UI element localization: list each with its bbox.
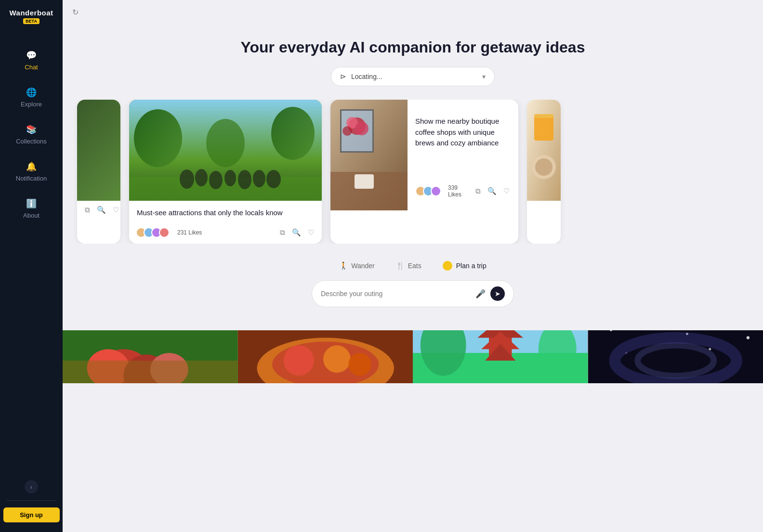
tab-eats[interactable]: 🍴 Eats bbox=[391, 259, 426, 273]
explore-icon: 🌐 bbox=[26, 87, 37, 98]
svg-point-5 bbox=[180, 169, 194, 189]
mic-icon[interactable]: 🎤 bbox=[475, 289, 486, 299]
card-main-1-image bbox=[129, 100, 322, 201]
sidebar-divider bbox=[6, 500, 56, 501]
chat-icon: 💬 bbox=[26, 50, 37, 61]
avatar-stack-1 bbox=[136, 227, 170, 238]
likes-count-2: 339 Likes bbox=[448, 184, 470, 198]
sidebar-item-label-about: About bbox=[23, 212, 39, 219]
svg-point-8 bbox=[224, 170, 236, 186]
search-bar: 🎤 ➤ bbox=[312, 280, 514, 307]
svg-point-21 bbox=[342, 126, 352, 136]
heart-button-1[interactable]: ♡ bbox=[307, 227, 315, 238]
hero-section: Your everyday AI companion for getaway i… bbox=[63, 24, 763, 330]
send-button[interactable]: ➤ bbox=[490, 286, 505, 301]
beta-badge: BETA bbox=[23, 18, 39, 24]
avatar-stack-2 bbox=[415, 186, 441, 196]
plan-dot-icon bbox=[443, 261, 452, 271]
sidebar-item-label-notification: Notification bbox=[16, 175, 47, 182]
location-pin-icon: ⊳ bbox=[340, 72, 346, 81]
card-main-2-content: Show me nearby boutique coffee shops wit… bbox=[408, 100, 518, 212]
svg-point-10 bbox=[253, 170, 265, 187]
search-input[interactable] bbox=[321, 290, 475, 298]
search-button-2[interactable]: 🔍 bbox=[487, 186, 498, 196]
bottom-images-strip bbox=[63, 330, 763, 383]
card-partial-left-footer: ⧉ 🔍 ♡ bbox=[77, 201, 120, 221]
sidebar-item-notification[interactable]: 🔔 Notification bbox=[0, 155, 63, 189]
svg-rect-34 bbox=[63, 361, 238, 383]
send-icon: ➤ bbox=[495, 290, 500, 298]
svg-point-39 bbox=[323, 345, 351, 373]
svg-point-9 bbox=[238, 170, 251, 189]
tabs-row: 🚶 Wander 🍴 Eats Plan a trip bbox=[334, 258, 491, 273]
sidebar-collapse-button[interactable]: ‹ bbox=[25, 480, 38, 493]
bottom-img-apples bbox=[63, 330, 238, 383]
card-main-1-footer: 231 Likes ⧉ 🔍 ♡ bbox=[129, 223, 322, 244]
card-partial-right bbox=[527, 100, 561, 244]
svg-rect-17 bbox=[340, 151, 374, 153]
logo-area: Wanderboat BETA bbox=[9, 9, 53, 24]
copy-button-1[interactable]: ⧉ bbox=[279, 227, 286, 238]
cards-row: ⧉ 🔍 ♡ bbox=[72, 100, 753, 244]
card-main-1-body: Must-see attractions that only the local… bbox=[129, 201, 322, 223]
sidebar: Wanderboat BETA 💬 Chat 🌐 Explore 📚 Colle… bbox=[0, 0, 63, 532]
sidebar-item-label-collections: Collections bbox=[16, 138, 47, 145]
svg-point-11 bbox=[266, 170, 281, 188]
apples-svg bbox=[63, 330, 238, 383]
svg-point-7 bbox=[209, 171, 223, 189]
collections-icon: 📚 bbox=[26, 124, 37, 135]
sidebar-item-collections[interactable]: 📚 Collections bbox=[0, 117, 63, 152]
svg-point-2 bbox=[271, 107, 315, 160]
search-button[interactable]: 🔍 bbox=[96, 205, 107, 215]
about-icon: ℹ️ bbox=[26, 198, 37, 209]
card-main-2: Show me nearby boutique coffee shops wit… bbox=[330, 100, 518, 244]
reload-icon[interactable]: ↻ bbox=[72, 8, 79, 17]
copy-button[interactable]: ⧉ bbox=[84, 205, 91, 215]
copy-button-2[interactable]: ⧉ bbox=[474, 186, 482, 196]
card-main-1-text: Must-see attractions that only the local… bbox=[137, 208, 314, 218]
svg-point-1 bbox=[134, 109, 182, 167]
card-main-1-actions: ⧉ 🔍 ♡ bbox=[279, 227, 315, 238]
topbar: ↻ bbox=[63, 0, 763, 24]
app-name: Wanderboat bbox=[9, 9, 53, 17]
signup-button[interactable]: Sign up bbox=[3, 507, 60, 522]
svg-point-40 bbox=[348, 353, 371, 376]
svg-rect-25 bbox=[534, 114, 553, 141]
likes-count-1: 231 Likes bbox=[177, 229, 273, 236]
tab-plan[interactable]: Plan a trip bbox=[438, 258, 491, 273]
search-button-1[interactable]: 🔍 bbox=[291, 227, 302, 238]
svg-point-28 bbox=[535, 158, 553, 176]
heart-button[interactable]: ♡ bbox=[112, 205, 120, 215]
main-content: ↻ Your everyday AI companion for getaway… bbox=[63, 0, 763, 532]
svg-point-38 bbox=[283, 345, 314, 376]
bottom-img-space bbox=[588, 330, 763, 383]
space-svg bbox=[588, 330, 763, 383]
bottom-img-curry bbox=[238, 330, 413, 383]
card-main-2-actions: ⧉ 🔍 ♡ bbox=[474, 186, 511, 196]
svg-rect-26 bbox=[534, 114, 553, 118]
avatar bbox=[431, 186, 441, 196]
park-scene-svg bbox=[129, 100, 322, 201]
svg-rect-23 bbox=[355, 174, 374, 189]
card-partial-left: ⧉ 🔍 ♡ bbox=[77, 100, 120, 244]
juice-scene-svg bbox=[527, 100, 561, 201]
card-main-2-text: Show me nearby boutique coffee shops wit… bbox=[415, 108, 511, 149]
chevron-left-icon: ‹ bbox=[30, 483, 32, 491]
tab-wander[interactable]: 🚶 Wander bbox=[334, 259, 380, 273]
card-main-2-flex: Show me nearby boutique coffee shops wit… bbox=[330, 100, 518, 212]
sidebar-item-chat[interactable]: 💬 Chat bbox=[0, 43, 63, 78]
sidebar-item-label-chat: Chat bbox=[25, 64, 38, 71]
sidebar-item-label-explore: Explore bbox=[21, 101, 42, 108]
hero-title: Your everyday AI companion for getaway i… bbox=[241, 39, 585, 56]
heart-button-2[interactable]: ♡ bbox=[502, 186, 511, 196]
card-partial-left-actions: ⧉ 🔍 ♡ bbox=[84, 205, 120, 215]
temple-svg bbox=[413, 330, 588, 383]
location-selector[interactable]: ⊳ Locating... ▾ bbox=[331, 67, 495, 86]
svg-rect-15 bbox=[340, 109, 342, 153]
card-main-1: Must-see attractions that only the local… bbox=[129, 100, 322, 244]
card-partial-right-image bbox=[527, 100, 561, 201]
tab-eats-label: Eats bbox=[408, 262, 421, 270]
sidebar-item-explore[interactable]: 🌐 Explore bbox=[0, 80, 63, 115]
svg-rect-14 bbox=[340, 109, 374, 111]
sidebar-item-about[interactable]: ℹ️ About bbox=[0, 192, 63, 226]
